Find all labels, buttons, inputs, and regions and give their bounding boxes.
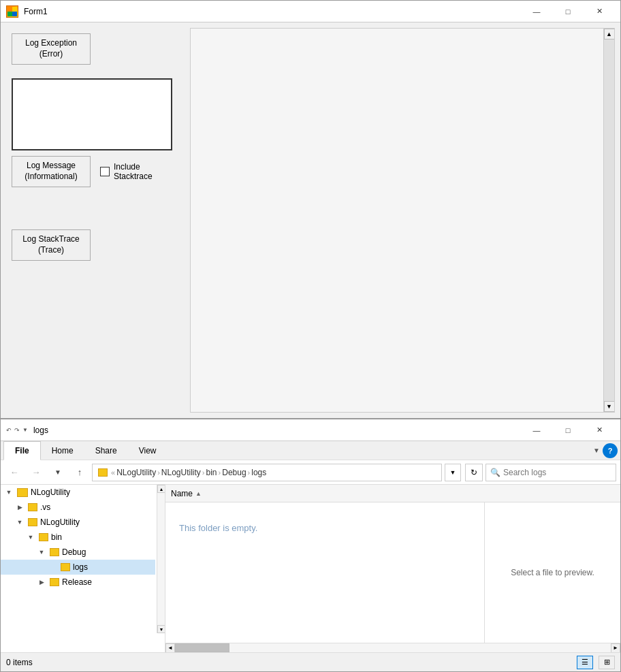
folder-icon-debug: [50, 548, 59, 556]
form1-app-icon: [6, 5, 18, 18]
ribbon-collapse-icon[interactable]: ▼: [593, 447, 600, 454]
explorer-close-button[interactable]: ✕: [584, 419, 615, 441]
select-file-preview-text: Select a file to preview.: [511, 568, 594, 577]
large-icons-view-button[interactable]: ⊞: [599, 656, 615, 669]
column-header: Name ▲: [165, 485, 620, 502]
scroll-thumb[interactable]: [604, 39, 614, 401]
dropdown-quick-access-icon[interactable]: ▼: [22, 427, 28, 433]
explorer-maximize-button[interactable]: □: [552, 419, 584, 441]
address-path[interactable]: « NLogUtility › NLogUtility › bin › Debu…: [92, 464, 442, 481]
h-scroll-thumb[interactable]: [175, 643, 229, 652]
include-stacktrace-row: Log Message (Informational) IncludeStack…: [12, 156, 174, 187]
label-vs: .vs: [40, 502, 50, 512]
up-button[interactable]: ↑: [70, 463, 89, 482]
form1-window: Form1 — □ ✕ Log Exception (Error) Log Me…: [0, 0, 621, 419]
tab-view[interactable]: View: [128, 441, 168, 460]
path-dropdown-button[interactable]: ▼: [445, 464, 461, 481]
include-stacktrace-checkbox[interactable]: [100, 167, 110, 176]
form1-maximize-button[interactable]: □: [552, 1, 584, 22]
path-segment-4: Debug: [222, 468, 246, 477]
message-textarea[interactable]: [12, 78, 172, 150]
sidebar-scroll-up[interactable]: ▲: [157, 485, 165, 493]
search-input[interactable]: [503, 468, 611, 477]
expand-nlogutility-sub[interactable]: ▼: [14, 517, 25, 528]
help-button[interactable]: ?: [603, 443, 618, 458]
log-display-area: ▲ ▼: [190, 28, 615, 413]
svg-rect-0: [7, 7, 12, 12]
log-message-button[interactable]: Log Message (Informational): [12, 156, 91, 187]
address-bar: ← → ▼ ↑ « NLogUtility › NLogUtility › bi…: [1, 460, 620, 485]
h-scroll-left[interactable]: ◄: [165, 643, 175, 653]
explorer-main: Name ▲ This folder is empty. Select a fi…: [165, 485, 620, 652]
explorer-titlebar: ↶ ↷ ▼ logs — □ ✕: [1, 419, 620, 441]
svg-rect-3: [12, 12, 17, 16]
path-segment-2: NLogUtility: [161, 468, 201, 477]
tree-item-vs[interactable]: ▶ .vs: [1, 500, 155, 515]
message-input-section: Log Message (Informational) IncludeStack…: [12, 78, 174, 187]
tree-item-bin[interactable]: ▼ bin: [1, 530, 155, 545]
form1-titlebar: Form1 — □ ✕: [1, 1, 620, 22]
form1-minimize-button[interactable]: —: [521, 1, 552, 22]
sidebar-scrollbar: ▲ ▼: [157, 485, 165, 633]
preview-panel: Select a file to preview.: [484, 502, 620, 643]
expand-vs[interactable]: ▶: [14, 502, 25, 513]
scroll-down-arrow[interactable]: ▼: [604, 401, 615, 412]
refresh-button[interactable]: ↻: [465, 464, 483, 481]
tab-share[interactable]: Share: [84, 441, 128, 460]
path-segment-3: bin: [206, 468, 217, 477]
explorer-body: ▼ NLogUtility ▶ .vs ▼ NLogUtility: [1, 485, 620, 652]
folder-icon-release: [50, 578, 59, 586]
log-exception-button[interactable]: Log Exception (Error): [12, 33, 91, 65]
log-scrollbar[interactable]: ▲ ▼: [603, 29, 614, 412]
ribbon-tabs: File Home Share View ▼ ?: [1, 441, 620, 460]
h-scroll-right[interactable]: ►: [611, 643, 620, 653]
file-scroll-area: This folder is empty. Select a file to p…: [165, 502, 620, 643]
form1-window-controls: — □ ✕: [521, 1, 615, 22]
expand-release[interactable]: ▶: [36, 577, 47, 588]
back-button[interactable]: ←: [5, 463, 24, 482]
undo-icon[interactable]: ↶: [6, 427, 12, 434]
search-icon: 🔍: [490, 468, 500, 477]
expand-nlogutility-root[interactable]: ▼: [3, 487, 14, 498]
details-view-button[interactable]: ☰: [577, 656, 593, 669]
tree-item-debug[interactable]: ▼ Debug: [1, 545, 155, 560]
form1-title: Form1: [24, 7, 521, 16]
form1-content: Log Exception (Error) Log Message (Infor…: [1, 22, 620, 418]
h-scroll-track: [175, 643, 611, 652]
tree-item-release[interactable]: ▶ Release: [1, 575, 155, 590]
forward-button[interactable]: →: [27, 463, 46, 482]
sidebar-scroll-down[interactable]: ▼: [157, 625, 165, 633]
expand-bin[interactable]: ▼: [25, 532, 36, 543]
explorer-statusbar: 0 items ☰ ⊞: [1, 652, 620, 671]
label-nlogutility-sub: NLogUtility: [40, 517, 80, 527]
explorer-window-controls: — □ ✕: [521, 419, 615, 441]
include-stacktrace-label: IncludeStacktrace: [114, 162, 153, 181]
expand-debug[interactable]: ▼: [36, 547, 47, 558]
tree-item-nlogutility-root[interactable]: ▼ NLogUtility: [1, 485, 155, 500]
svg-rect-2: [7, 12, 12, 16]
form1-close-button[interactable]: ✕: [584, 1, 615, 22]
horizontal-scrollbar: ◄ ►: [165, 643, 620, 652]
log-stacktrace-button[interactable]: Log StackTrace (Trace): [12, 229, 91, 261]
label-nlogutility-root: NLogUtility: [31, 487, 70, 497]
tree-item-logs[interactable]: ▶ logs: [1, 560, 155, 575]
tab-home[interactable]: Home: [41, 441, 84, 460]
recent-locations-button[interactable]: ▼: [48, 463, 67, 482]
label-logs: logs: [73, 562, 88, 572]
file-listing-area: This folder is empty.: [165, 502, 484, 643]
name-column-header: Name: [171, 489, 193, 498]
folder-icon-logs: [61, 563, 70, 571]
sidebar-scroll-track: [157, 493, 165, 625]
search-box: 🔍: [485, 464, 616, 481]
path-segment-1: NLogUtility: [116, 468, 156, 477]
explorer-minimize-button[interactable]: —: [521, 419, 552, 441]
path-segment-5: logs: [251, 468, 266, 477]
folder-icon-bin: [39, 533, 48, 541]
tree-item-nlogutility-sub[interactable]: ▼ NLogUtility: [1, 515, 155, 530]
redo-icon[interactable]: ↷: [14, 427, 20, 434]
scroll-up-arrow[interactable]: ▲: [604, 29, 615, 39]
explorer-title: logs: [33, 426, 521, 435]
tab-file[interactable]: File: [3, 441, 41, 460]
form1-left-panel: Log Exception (Error) Log Message (Infor…: [1, 22, 185, 418]
sort-indicator: ▲: [195, 490, 202, 497]
